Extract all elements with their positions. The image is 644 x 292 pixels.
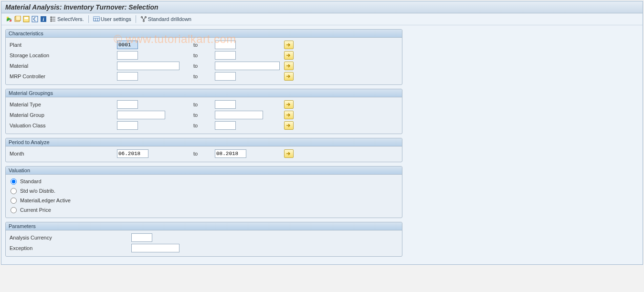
material-group-to-input[interactable] xyxy=(215,111,263,119)
row-material: Material to xyxy=(9,61,399,71)
svg-rect-4 xyxy=(16,16,21,21)
material-type-from-input[interactable] xyxy=(117,100,138,109)
toolbar: i SelectVers. User settings Standard dri… xyxy=(1,13,643,25)
analysis-currency-label: Analysis Currency xyxy=(9,235,131,240)
material-group-from-input[interactable] xyxy=(117,111,165,119)
panel-valuation: Valuation Standard Std w/o Distrib. Mate… xyxy=(5,166,402,218)
month-to-input[interactable] xyxy=(215,149,246,158)
user-settings-label: User settings xyxy=(101,16,131,22)
material-type-multiselect-button[interactable] xyxy=(284,100,294,109)
svg-rect-7 xyxy=(32,16,38,22)
variant-icon[interactable] xyxy=(14,15,21,23)
row-storage-location: Storage Location to xyxy=(9,50,399,61)
month-to-label: to xyxy=(191,151,215,156)
material-type-to-input[interactable] xyxy=(215,100,236,109)
toolbar-separator xyxy=(88,15,89,23)
storage-location-from-input[interactable] xyxy=(117,51,138,60)
material-to-label: to xyxy=(191,63,215,69)
radio-row-stdwo: Std w/o Distrib. xyxy=(9,186,399,196)
panel-header-characteristics: Characteristics xyxy=(6,30,402,38)
mrp-controller-to-input[interactable] xyxy=(215,72,236,81)
panel-header-period: Period to Analyze xyxy=(6,138,402,146)
svg-text:i: i xyxy=(43,17,44,22)
valuation-class-from-input[interactable] xyxy=(117,121,138,130)
material-label: Material xyxy=(9,63,117,69)
panel-header-parameters: Parameters xyxy=(6,222,402,230)
execute-icon[interactable] xyxy=(5,15,13,23)
plant-from-input[interactable] xyxy=(117,41,138,49)
select-version-button[interactable]: SelectVers. xyxy=(48,15,85,23)
row-material-group: Material Group to xyxy=(9,110,399,120)
storage-location-multiselect-button[interactable] xyxy=(284,51,294,60)
page-title: Material Analysis: Inventory Turnover: S… xyxy=(1,1,643,13)
exception-input[interactable] xyxy=(131,244,179,252)
valuation-stdwo-radio[interactable] xyxy=(11,188,17,194)
plant-multiselect-button[interactable] xyxy=(284,41,294,49)
material-group-multiselect-button[interactable] xyxy=(284,111,294,119)
exception-label: Exception xyxy=(9,245,131,251)
analysis-currency-input[interactable] xyxy=(131,233,152,242)
storage-location-to-label: to xyxy=(191,52,215,58)
mrp-controller-label: MRP Controller xyxy=(9,73,117,79)
valuation-class-label: Valuation Class xyxy=(9,123,117,128)
svg-point-11 xyxy=(51,19,52,20)
svg-point-10 xyxy=(51,17,52,18)
month-label: Month xyxy=(9,151,117,156)
month-from-input[interactable] xyxy=(117,149,148,158)
storage-location-label: Storage Location xyxy=(9,52,117,58)
valuation-stdwo-label[interactable]: Std w/o Distrib. xyxy=(20,188,55,194)
radio-row-standard: Standard xyxy=(9,177,399,186)
user-settings-button[interactable]: User settings xyxy=(92,15,133,23)
valuation-standard-radio[interactable] xyxy=(11,178,17,185)
panel-period: Period to Analyze Month to xyxy=(5,138,402,162)
plant-to-label: to xyxy=(191,42,215,48)
svg-point-12 xyxy=(51,21,52,22)
valuation-mlactive-label[interactable]: MaterialLedger Active xyxy=(20,198,71,203)
panel-header-valuation: Valuation xyxy=(6,167,402,175)
row-plant: Plant to xyxy=(9,40,399,50)
row-material-type: Material Type to xyxy=(9,99,399,110)
storage-location-to-input[interactable] xyxy=(215,51,236,60)
material-from-input[interactable] xyxy=(117,62,179,70)
mrp-controller-from-input[interactable] xyxy=(117,72,138,81)
valuation-class-multiselect-button[interactable] xyxy=(284,121,294,130)
panel-characteristics: Characteristics Plant to Storage Locatio… xyxy=(5,29,402,85)
select-version-label: SelectVers. xyxy=(57,16,84,22)
valuation-curprice-label[interactable]: Current Price xyxy=(20,207,51,213)
row-month: Month to xyxy=(9,148,399,159)
material-group-to-label: to xyxy=(191,112,215,118)
material-to-input[interactable] xyxy=(215,62,280,70)
standard-drilldown-button[interactable]: Standard drilldown xyxy=(139,15,193,23)
row-analysis-currency: Analysis Currency xyxy=(9,232,399,243)
toolbar-separator xyxy=(136,15,136,23)
info-icon[interactable]: i xyxy=(40,15,47,23)
plant-to-input[interactable] xyxy=(215,41,236,49)
svg-point-23 xyxy=(143,21,144,22)
panel-header-material-groupings: Material Groupings xyxy=(6,89,402,97)
valuation-standard-label[interactable]: Standard xyxy=(20,178,42,184)
plant-label: Plant xyxy=(9,42,117,48)
radio-row-curprice: Current Price xyxy=(9,205,399,215)
row-exception: Exception xyxy=(9,243,399,253)
valuation-curprice-radio[interactable] xyxy=(11,207,17,213)
svg-rect-6 xyxy=(24,17,28,19)
svg-rect-20 xyxy=(94,17,99,18)
valuation-class-to-label: to xyxy=(191,123,215,128)
material-type-label: Material Type xyxy=(9,102,117,107)
save-variant-icon[interactable] xyxy=(22,15,30,23)
material-group-label: Material Group xyxy=(9,112,117,118)
valuation-class-to-input[interactable] xyxy=(215,121,236,130)
month-multiselect-button[interactable] xyxy=(284,149,294,158)
radio-row-mlactive: MaterialLedger Active xyxy=(9,196,399,205)
standard-drilldown-label: Standard drilldown xyxy=(148,16,191,22)
row-valuation-class: Valuation Class to xyxy=(9,120,399,131)
valuation-mlactive-radio[interactable] xyxy=(11,198,17,204)
mrp-controller-to-label: to xyxy=(191,73,215,79)
panel-material-groupings: Material Groupings Material Type to Mate… xyxy=(5,89,402,134)
row-mrp-controller: MRP Controller to xyxy=(9,71,399,82)
material-multiselect-button[interactable] xyxy=(284,62,294,70)
mrp-controller-multiselect-button[interactable] xyxy=(284,72,294,81)
panel-parameters: Parameters Analysis Currency Exception xyxy=(5,222,402,257)
back-icon[interactable] xyxy=(31,15,39,23)
material-type-to-label: to xyxy=(191,102,215,107)
